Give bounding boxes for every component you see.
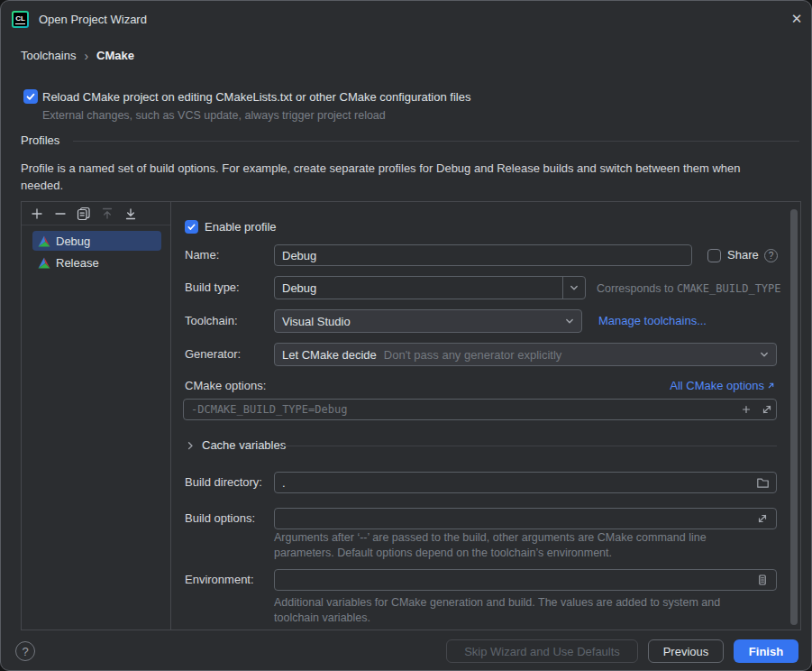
expand-icon[interactable] [760,402,774,417]
add-icon[interactable] [30,207,44,221]
list-item-debug[interactable]: Debug [32,231,161,251]
build-options-label: Build options: [185,511,255,525]
share-label: Share [727,248,759,262]
move-down-icon[interactable] [123,207,138,221]
cmake-options-value: -DCMAKE_BUILD_TYPE=Debug [191,403,347,416]
reload-cmake-checkbox[interactable] [23,89,38,104]
enable-profile-checkbox[interactable] [185,220,198,234]
breadcrumb-toolchains[interactable]: Toolchains [21,49,76,62]
list-item-release[interactable]: Release [32,253,161,272]
section-divider [73,141,799,142]
name-label: Name: [185,248,219,262]
cmake-options-label: CMake options: [185,379,266,392]
profiles-section-title: Profiles [21,133,59,147]
profiles-list-pane: Debug Release [22,202,171,630]
list-item-label: Debug [56,234,90,248]
chevron-down-icon [568,281,580,294]
list-item-label: Release [56,256,99,270]
generator-placeholder: Don't pass any generator explicitly [384,348,562,362]
build-options-input[interactable] [274,508,777,529]
share-checkbox[interactable] [707,249,721,262]
breadcrumb: Toolchains › CMake [21,49,134,62]
finish-button[interactable]: Finish [734,639,798,663]
build-type-value: Debug [282,281,316,295]
skip-wizard-button[interactable]: Skip Wizard and Use Defaults [446,639,638,663]
enable-profile-label: Enable profile [205,220,277,234]
build-directory-input[interactable] [274,472,777,493]
vertical-scrollbar[interactable] [790,209,798,625]
reload-cmake-hint: External changes, such as VCS update, al… [42,109,386,122]
close-icon[interactable]: ✕ [787,9,807,29]
checkmark-icon [187,222,196,232]
build-type-dropdown[interactable]: Debug [274,276,586,299]
share-help-icon[interactable]: ? [764,249,778,262]
chevron-down-icon [563,315,576,327]
reload-cmake-label: Reload CMake project on editing CMakeLis… [42,90,470,104]
name-input[interactable] [274,244,692,266]
chevron-down-icon [758,348,771,361]
clion-logo-icon: CL [12,11,29,28]
chevron-right-icon [185,440,196,451]
expand-icon[interactable] [755,511,770,526]
build-type-hint: Corresponds to CMAKE_BUILD_TYPE [597,281,781,297]
generator-dropdown[interactable]: Let CMake decide Don't pass any generato… [274,343,777,366]
help-icon[interactable]: ? [15,641,35,661]
move-up-icon[interactable] [100,207,114,221]
toolchain-label: Toolchain: [185,314,238,327]
copy-icon[interactable] [77,207,91,221]
environment-hint: Additional variables for CMake generatio… [274,595,765,626]
cmake-profile-icon [38,235,50,247]
profiles-panel: Debug Release Enable profile Name: Shar [21,201,801,630]
window-title: Open Project Wizard [39,13,147,26]
add-macro-icon[interactable] [739,402,753,417]
profiles-description: Profile is a named set of build options.… [21,160,782,194]
build-type-label: Build type: [185,280,240,294]
build-directory-label: Build directory: [185,475,262,489]
external-link-icon [767,381,775,390]
dropdown-button[interactable] [558,315,581,327]
dropdown-button[interactable] [753,348,776,361]
generator-label: Generator: [185,347,241,361]
build-options-hint: Arguments after ‘--’ are passed to the b… [274,530,765,561]
cmake-options-input[interactable]: -DCMAKE_BUILD_TYPE=Debug [183,399,777,420]
all-cmake-options-link[interactable]: All CMake options [670,379,775,392]
chevron-right-icon: › [84,50,88,62]
toolchain-value: Visual Studio [282,315,351,328]
environment-input[interactable] [274,569,777,591]
checkmark-icon [25,91,36,102]
remove-icon[interactable] [53,207,68,221]
previous-button[interactable]: Previous [648,639,724,663]
generator-value: Let CMake decide [282,348,377,362]
cmake-build-type-code: CMAKE_BUILD_TYPE [677,282,781,295]
cache-variables-toggle[interactable]: Cache variables [185,438,286,452]
breadcrumb-cmake: CMake [96,49,134,62]
toolchain-dropdown[interactable]: Visual Studio [274,309,582,333]
section-divider [283,446,777,446]
environment-label: Environment: [185,573,254,586]
dropdown-button[interactable] [562,277,585,299]
variables-list-icon[interactable] [755,573,770,587]
profiles-list: Debug Release [22,225,170,272]
cache-variables-label: Cache variables [202,438,286,452]
cmake-profile-icon [38,257,50,269]
open-project-wizard-dialog: CL Open Project Wizard ✕ Toolchains › CM… [0,0,812,671]
profiles-toolbar [22,202,170,225]
manage-toolchains-link[interactable]: Manage toolchains... [598,314,707,327]
folder-icon[interactable] [755,475,770,490]
